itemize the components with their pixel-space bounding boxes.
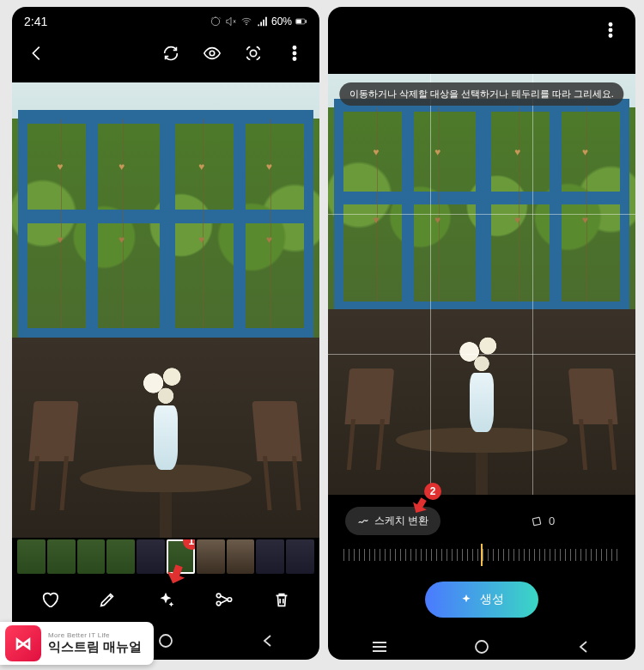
svg-point-14 bbox=[609, 28, 611, 31]
phone-editor: 이동하거나 삭제할 대상을 선택하거나 테두리를 따라 그리세요. 2 스케치 … bbox=[328, 7, 635, 660]
status-icons: 60% bbox=[210, 15, 307, 27]
editor-canvas[interactable]: 이동하거나 삭제할 대상을 선택하거나 테두리를 따라 그리세요. bbox=[328, 74, 635, 495]
thumbnail[interactable] bbox=[197, 539, 225, 574]
photo-content bbox=[328, 74, 635, 495]
rotation-readout: 0 bbox=[466, 515, 618, 528]
svg-point-0 bbox=[246, 24, 246, 25]
photo-content bbox=[12, 82, 319, 538]
share-button[interactable] bbox=[205, 581, 243, 618]
nav-recents[interactable] bbox=[354, 634, 405, 660]
back-button[interactable] bbox=[24, 40, 50, 66]
svg-point-11 bbox=[228, 598, 232, 602]
ruler-indicator bbox=[481, 544, 483, 566]
svg-point-8 bbox=[293, 58, 295, 60]
callout-arrow-2 bbox=[410, 496, 429, 519]
callout-arrow-1 bbox=[165, 563, 187, 589]
clock: 2:41 bbox=[24, 15, 47, 28]
thumbnail[interactable] bbox=[77, 539, 106, 574]
thumbnail[interactable] bbox=[106, 539, 135, 574]
lens-icon bbox=[244, 44, 263, 63]
remaster-button[interactable] bbox=[158, 40, 184, 66]
edit-button[interactable] bbox=[88, 581, 126, 618]
watermark-main: 익스트림 매뉴얼 bbox=[48, 640, 142, 655]
svg-point-4 bbox=[210, 51, 215, 56]
svg-point-17 bbox=[476, 641, 488, 653]
svg-point-12 bbox=[160, 635, 172, 647]
eye-icon bbox=[203, 44, 222, 63]
home-icon bbox=[158, 633, 173, 649]
nav-home[interactable] bbox=[456, 634, 507, 660]
svg-point-9 bbox=[216, 594, 221, 598]
heart-icon bbox=[40, 590, 59, 609]
thumbnail[interactable] bbox=[227, 539, 255, 574]
thumbnail[interactable] bbox=[137, 539, 165, 574]
recents-icon bbox=[371, 641, 388, 653]
thumbnail[interactable] bbox=[256, 539, 284, 574]
thumbnail[interactable] bbox=[286, 539, 314, 574]
svg-point-13 bbox=[609, 23, 611, 26]
thumbnail[interactable] bbox=[47, 539, 76, 574]
watermark: ⋈ More Better IT Life 익스트림 매뉴얼 bbox=[0, 622, 154, 665]
svg-point-6 bbox=[293, 46, 295, 49]
sparkle-icon bbox=[156, 590, 175, 609]
svg-rect-16 bbox=[532, 517, 540, 525]
svg-point-15 bbox=[609, 34, 611, 37]
svg-point-10 bbox=[216, 601, 221, 606]
status-bar: 2:41 60% bbox=[12, 7, 319, 33]
top-toolbar bbox=[12, 33, 319, 74]
pencil-icon bbox=[98, 590, 117, 609]
more-vertical-icon bbox=[601, 21, 620, 40]
svg-point-7 bbox=[293, 52, 295, 54]
nav-back-icon bbox=[577, 640, 591, 654]
delete-button[interactable] bbox=[263, 581, 301, 618]
phone-viewer: 2:41 60% bbox=[12, 7, 319, 660]
alarm-icon bbox=[210, 15, 222, 27]
more-button[interactable] bbox=[282, 40, 307, 66]
nav-back-icon bbox=[261, 634, 275, 648]
home-icon bbox=[474, 639, 489, 655]
mute-icon bbox=[225, 15, 237, 27]
callout-badge-1: 1 bbox=[183, 539, 195, 550]
signal-icon bbox=[256, 15, 268, 27]
top-toolbar bbox=[328, 7, 635, 48]
watermark-logo: ⋈ bbox=[5, 625, 41, 661]
rotate-icon bbox=[530, 515, 544, 528]
editor-tools-row: 2 스케치 변환 0 bbox=[328, 495, 635, 539]
generate-row: 생성 bbox=[328, 576, 635, 630]
chevron-left-icon bbox=[27, 44, 46, 63]
nav-back[interactable] bbox=[242, 628, 294, 654]
generate-label: 생성 bbox=[480, 592, 504, 607]
svg-point-5 bbox=[250, 50, 256, 56]
rotation-slider[interactable] bbox=[343, 542, 620, 568]
bixby-vision-button[interactable] bbox=[240, 40, 266, 66]
trash-icon bbox=[272, 590, 291, 609]
visibility-button[interactable] bbox=[199, 40, 225, 66]
svg-rect-3 bbox=[306, 20, 307, 23]
sparkle-icon bbox=[459, 593, 473, 606]
svg-rect-2 bbox=[296, 20, 301, 24]
more-button[interactable] bbox=[598, 17, 623, 43]
favorite-button[interactable] bbox=[31, 581, 69, 618]
generate-button[interactable]: 생성 bbox=[425, 582, 538, 618]
more-vertical-icon bbox=[285, 44, 304, 63]
battery-icon bbox=[295, 15, 307, 27]
editor-hint: 이동하거나 삭제할 대상을 선택하거나 테두리를 따라 그리세요. bbox=[339, 82, 623, 106]
share-icon bbox=[215, 590, 234, 609]
wifi-icon bbox=[240, 15, 252, 27]
battery-text: 60% bbox=[271, 15, 292, 27]
thumbnail[interactable] bbox=[17, 539, 46, 574]
photo-viewport[interactable] bbox=[12, 82, 319, 538]
callout-badge-2: 2 bbox=[424, 483, 441, 500]
remaster-icon bbox=[161, 44, 180, 63]
scribble-icon bbox=[357, 515, 369, 527]
rotation-value: 0 bbox=[549, 515, 555, 527]
nav-bar bbox=[328, 630, 635, 660]
nav-back[interactable] bbox=[558, 634, 610, 660]
